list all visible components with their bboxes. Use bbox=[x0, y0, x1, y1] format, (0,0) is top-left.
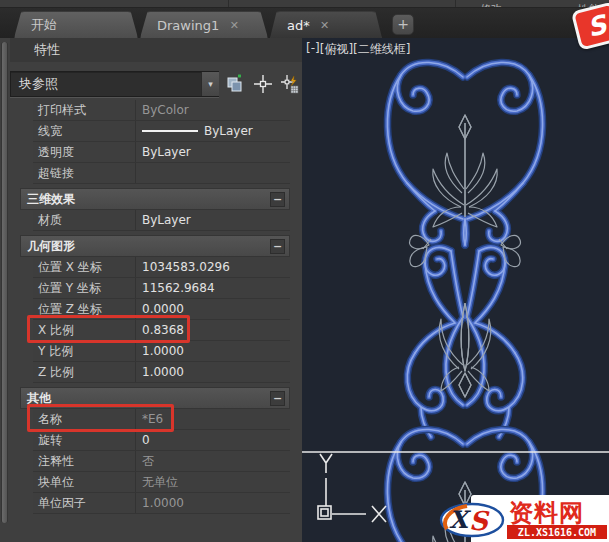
watermark-s: S bbox=[469, 506, 490, 536]
section-header-label: 其他 bbox=[27, 390, 51, 407]
object-type-dropdown[interactable]: 块参照 ▾ bbox=[10, 71, 219, 97]
section-header-label: 三维效果 bbox=[27, 191, 75, 208]
property-label: 线宽 bbox=[33, 121, 136, 141]
section-header[interactable]: 几何图形− bbox=[20, 235, 290, 257]
property-row: 超链接 bbox=[33, 163, 290, 184]
ucs-x-axis bbox=[372, 506, 386, 522]
property-value[interactable]: 1.0000 bbox=[136, 362, 290, 382]
property-label: 位置 Z 坐标 bbox=[33, 299, 136, 319]
property-value-text: 否 bbox=[142, 453, 154, 470]
property-value-text: 1034583.0296 bbox=[142, 260, 230, 274]
property-value-text: ByLayer bbox=[204, 124, 253, 138]
properties-palette: 特性 块参照 ▾ bbox=[0, 38, 302, 542]
chevron-down-icon[interactable]: ▾ bbox=[201, 72, 219, 96]
property-label: Z 比例 bbox=[33, 362, 136, 382]
property-row: 材质ByLayer bbox=[33, 210, 290, 231]
property-value-text: *E6 bbox=[142, 412, 163, 426]
property-rows: 打印样式ByColor线宽ByLayer透明度ByLayer超链接三维效果−材质… bbox=[20, 100, 290, 514]
ucs-icon bbox=[318, 454, 386, 522]
file-tab-ad[interactable]: ad*✕ bbox=[270, 11, 382, 38]
file-tab-bar: 开始Drawing1✕ad*✕+ bbox=[0, 8, 609, 38]
property-row: Y 比例1.0000 bbox=[33, 341, 290, 362]
property-label: 材质 bbox=[33, 210, 136, 230]
property-value-text: 无单位 bbox=[142, 474, 178, 491]
property-label: Y 比例 bbox=[33, 341, 136, 361]
property-label: 超链接 bbox=[33, 163, 136, 183]
scrollbar-thumb[interactable] bbox=[2, 42, 7, 523]
property-row: 位置 X 坐标1034583.0296 bbox=[33, 257, 290, 278]
new-tab-button[interactable]: + bbox=[392, 14, 414, 35]
watermark-site-url: ZL.XS1616.COM bbox=[507, 525, 607, 539]
viewport-view[interactable]: [俯视] bbox=[320, 41, 353, 58]
property-value: ByColor bbox=[136, 100, 290, 120]
property-label: 块单位 bbox=[33, 472, 136, 492]
property-value-text: 0.8368 bbox=[142, 323, 184, 337]
collapse-icon[interactable]: − bbox=[270, 391, 285, 406]
ribbon-separator bbox=[455, 0, 456, 8]
property-row: 位置 Z 坐标0.0000 bbox=[33, 299, 290, 320]
property-value: 1.0000 bbox=[136, 493, 290, 513]
viewport-label: [-] [俯视] [二维线框] bbox=[306, 41, 410, 58]
property-value[interactable]: ByLayer bbox=[136, 121, 290, 141]
palette-scrollbar[interactable] bbox=[1, 42, 8, 523]
property-row: 单位因子1.0000 bbox=[33, 493, 290, 514]
crosshair-icon bbox=[253, 74, 273, 94]
property-label: 旋转 bbox=[33, 430, 136, 450]
file-tab-[interactable]: 开始 bbox=[14, 11, 138, 38]
property-value-text: 1.0000 bbox=[142, 344, 184, 358]
section-header[interactable]: 其他− bbox=[20, 387, 290, 409]
property-label: 名称 bbox=[33, 409, 136, 429]
property-value: 无单位 bbox=[136, 472, 290, 492]
collapse-icon[interactable]: − bbox=[270, 192, 285, 207]
property-value[interactable] bbox=[136, 163, 290, 183]
property-value-text: 0 bbox=[142, 433, 150, 447]
viewport-visual-style[interactable]: [二维线框] bbox=[353, 41, 410, 58]
property-value-text: ByColor bbox=[142, 103, 189, 117]
watermark: X S 资料网 ZL.XS1616.COM bbox=[471, 495, 609, 542]
property-value[interactable]: 0.8368 bbox=[136, 320, 290, 340]
file-tab-Drawing1[interactable]: Drawing1✕ bbox=[140, 11, 268, 38]
property-row: 注释性否 bbox=[33, 451, 290, 472]
property-row: 位置 Y 坐标11562.9684 bbox=[33, 278, 290, 299]
drawing-ornament bbox=[302, 38, 609, 542]
ribbon-separator bbox=[228, 0, 229, 8]
property-value[interactable]: 0.0000 bbox=[136, 299, 290, 319]
quick-select-button[interactable] bbox=[278, 72, 302, 96]
property-value-text: 0.0000 bbox=[142, 302, 184, 316]
property-label: 打印样式 bbox=[33, 100, 136, 120]
property-value[interactable]: ByLayer bbox=[136, 142, 290, 162]
close-icon[interactable]: ✕ bbox=[318, 19, 332, 32]
collapse-icon[interactable]: − bbox=[270, 239, 285, 254]
property-label: 单位因子 bbox=[33, 493, 136, 513]
property-value[interactable]: 0 bbox=[136, 430, 290, 450]
ucs-y-axis bbox=[320, 454, 332, 473]
property-row: 旋转0 bbox=[33, 430, 290, 451]
quick-select-icon bbox=[280, 74, 300, 94]
close-icon[interactable]: ✕ bbox=[227, 19, 241, 32]
property-value-text: ByLayer bbox=[142, 213, 191, 227]
property-row: 透明度ByLayer bbox=[33, 142, 290, 163]
property-row: X 比例0.8368 bbox=[33, 320, 290, 341]
property-value[interactable]: ByLayer bbox=[136, 210, 290, 230]
pickadd-icon bbox=[225, 74, 245, 94]
property-row: Z 比例1.0000 bbox=[33, 362, 290, 383]
select-objects-button[interactable] bbox=[251, 72, 275, 96]
object-type-value: 块参照 bbox=[19, 75, 58, 93]
property-row: 块单位无单位 bbox=[33, 472, 290, 493]
property-row: 线宽ByLayer bbox=[33, 121, 290, 142]
section-header[interactable]: 三维效果− bbox=[20, 188, 290, 210]
watermark-logo: X S bbox=[439, 501, 505, 539]
ribbon-strip: 修改 性能 bbox=[0, 0, 609, 8]
property-label: 位置 Y 坐标 bbox=[33, 278, 136, 298]
property-label: X 比例 bbox=[33, 320, 136, 340]
property-value[interactable]: 1.0000 bbox=[136, 341, 290, 361]
file-tab-label: ad* bbox=[287, 18, 310, 33]
section-header-label: 几何图形 bbox=[27, 238, 75, 255]
toggle-pickadd-button[interactable] bbox=[223, 72, 247, 96]
viewport-controls[interactable]: [-] bbox=[306, 41, 320, 58]
file-tab-label: Drawing1 bbox=[157, 18, 219, 33]
property-value: 否 bbox=[136, 451, 290, 471]
drawing-canvas[interactable]: [-] [俯视] [二维线框] bbox=[302, 38, 609, 542]
property-value[interactable]: 1034583.0296 bbox=[136, 257, 290, 277]
property-value[interactable]: 11562.9684 bbox=[136, 278, 290, 298]
